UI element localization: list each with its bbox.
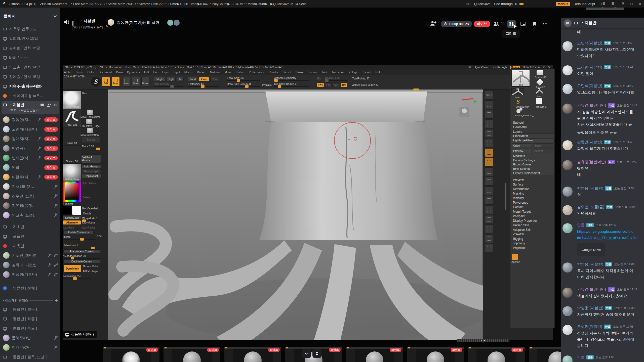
- rail-button-7[interactable]: [485, 158, 493, 166]
- tool-thumb-plane3d1[interactable]: [536, 98, 542, 104]
- message-author[interactable]: 강동연(지블반): [577, 140, 602, 145]
- radial-count-slider[interactable]: RadialCount: [325, 76, 348, 81]
- decimate-button[interactable]: Decimate Current: [63, 259, 100, 263]
- sidebar-member[interactable]: 문혜주/D반: [0, 333, 60, 343]
- palette-row-preview[interactable]: Preview: [513, 178, 524, 182]
- sidebar-channel[interactable]: ・쉐이더요청-ta우...: [0, 91, 60, 101]
- zb-seethrough[interactable]: See-through: [492, 66, 507, 69]
- message-author[interactable]: 김수민_포폴(금): [577, 205, 604, 209]
- gear-icon[interactable]: ⚙: [54, 103, 57, 107]
- speaker-icon[interactable]: [63, 19, 69, 25]
- project-button[interactable]: Project: [92, 270, 99, 273]
- stroke-thumb-freehand[interactable]: FreeHand: [63, 109, 81, 127]
- swatch-secondary-color[interactable]: [72, 206, 81, 215]
- avatar[interactable]: [562, 160, 573, 170]
- double-button[interactable]: Double: [83, 212, 91, 215]
- fiber-row-2[interactable]: Export Curves: [513, 163, 532, 166]
- message-author[interactable]: 고민석(지블반): [577, 83, 602, 88]
- palette-row-deformation[interactable]: Deformation: [513, 187, 529, 191]
- sidebar-member[interactable]: 강동연(지...라이브: [0, 115, 60, 124]
- sidebar-member[interactable]: 김수민_포폴(금): [0, 191, 60, 201]
- zb-menu-item[interactable]: Render: [269, 71, 278, 74]
- palette-row-zsketch[interactable]: ZSketch: [513, 233, 524, 236]
- fiber-accept-button[interactable]: Accept: [533, 149, 553, 153]
- sidebar-category[interactable]: ・섭스페인 클래스: [2, 297, 58, 303]
- focal-shift-slider[interactable]: Focal Shift -56: [227, 76, 260, 81]
- participant-tile[interactable]: 라이브: [346, 347, 403, 362]
- avatar[interactable]: [562, 355, 573, 362]
- fiber-preview-button[interactable]: Preview: [512, 149, 532, 153]
- sidebar-channel[interactable]: 안교춘 / 연차 14일: [0, 62, 60, 72]
- tool-thumb-tree3[interactable]: [536, 88, 543, 94]
- participant-tile[interactable]: 라이브: [407, 347, 464, 362]
- sidebar-channel[interactable]: 길희라/연차 15일: [0, 34, 60, 43]
- avatar[interactable]: [562, 223, 573, 233]
- message-author[interactable]: 오세민(지블반): [577, 324, 602, 329]
- dynamic-label[interactable]: Dynamic: [262, 83, 272, 86]
- zb-menu-item[interactable]: Brush: [75, 71, 83, 74]
- texture-thumb[interactable]: Texture Off: [63, 145, 81, 163]
- zb-menu-item[interactable]: Stencil: [283, 71, 291, 74]
- tool-thumb-plane3d[interactable]: [536, 79, 543, 86]
- rail-button-12[interactable]: [485, 206, 493, 214]
- zadd-button[interactable]: Zadd: [188, 77, 198, 81]
- participant-tile[interactable]: 라이브: [468, 347, 525, 362]
- palette-row-display-properties[interactable]: Display Properties: [513, 219, 537, 222]
- append-label[interactable]: Append: [511, 261, 520, 263]
- sidebar-channel[interactable]: ・안콜반 [ 전체 ]: [0, 283, 60, 293]
- sidebar-channel[interactable]: ・통합반 [ 월목 ]: [0, 304, 60, 314]
- sidebar-channel[interactable]: ・통합반 [ 수토 ]: [0, 324, 60, 333]
- sidebar-channel[interactable]: 지옥주-출퇴근-대화: [0, 81, 60, 91]
- sidebar-channel[interactable]: 김예린 / 연차 15일: [0, 43, 60, 53]
- palette-section-geometry[interactable]: Geometry: [513, 125, 527, 129]
- message-author[interactable]: 김유경(블렌더반): [577, 103, 606, 108]
- palette-row-contact[interactable]: Contact: [513, 205, 523, 209]
- palette-row-topology[interactable]: Topology: [513, 242, 525, 245]
- sidebar-member[interactable]: 안콜라이브: [0, 163, 60, 172]
- message-author[interactable]: 오세민(지블반): [577, 65, 602, 70]
- canvas-scroll-strip[interactable]: ▲▼: [457, 339, 509, 342]
- divider-handle[interactable]: [413, 88, 419, 90]
- server-header[interactable]: 콜씨지: [0, 11, 60, 22]
- camera-head-icon[interactable]: [459, 107, 469, 117]
- avatar[interactable]: [562, 65, 573, 75]
- seethrough-slider[interactable]: See-through 0: [494, 2, 552, 6]
- zb-menu-item[interactable]: Preferences: [249, 71, 264, 74]
- fiber-row-0[interactable]: Modifiers: [513, 154, 525, 157]
- message-link[interactable]: https://drive.google.com/drive/fold: [577, 229, 633, 234]
- tool-thumb-tree2[interactable]: [511, 88, 524, 95]
- polish-button[interactable]: Polish: [92, 265, 99, 268]
- message-author[interactable]: 김유경(블렌더반): [577, 160, 606, 164]
- avatar[interactable]: [562, 325, 573, 335]
- tool-scale-button[interactable]: Scale: [132, 77, 140, 86]
- draw-size-slider[interactable]: Draw Size 93.68698: [227, 82, 260, 87]
- zb-menu-item[interactable]: Transform: [331, 71, 344, 74]
- sidebar-channel[interactable]: ・기초반: [0, 222, 60, 232]
- sidebar-member[interactable]: 고민석(지블반)라이브: [0, 124, 60, 134]
- delete-button[interactable]: Delete: [83, 196, 90, 199]
- rail-button-0[interactable]: SPix 3: [485, 91, 493, 100]
- zb-menu-item[interactable]: Material: [210, 71, 220, 74]
- invite-to-stream-icon[interactable]: [430, 20, 437, 26]
- more-options-button[interactable]: [541, 20, 549, 28]
- palette-section-layers[interactable]: Layers: [513, 130, 522, 133]
- rail-button-13[interactable]: [485, 215, 493, 224]
- palette-row-surface[interactable]: Surface: [513, 183, 523, 186]
- color-picker[interactable]: [63, 182, 81, 202]
- palette-row-visibility[interactable]: Visibility: [513, 196, 524, 200]
- matcap-thumb[interactable]: MatCap Gray: [63, 163, 81, 181]
- invite-icon[interactable]: [47, 103, 51, 107]
- sidebar-member[interactable]: 김유경(블렌더반): [0, 201, 60, 210]
- ac-button[interactable]: AC: [466, 2, 471, 6]
- brush-orbflatten[interactable]: [86, 119, 92, 124]
- lightbox-fibers-button[interactable]: Lightbox▶Fibers: [512, 138, 553, 142]
- enable-customize-button[interactable]: Enable Customize: [63, 230, 94, 234]
- rail-button-10[interactable]: [485, 187, 493, 195]
- extract-button[interactable]: Extract: [81, 136, 100, 143]
- rail-button-9[interactable]: [485, 177, 493, 186]
- message-author[interactable]: 안콜: [577, 223, 585, 228]
- symmetry-z-button[interactable]: >Z<: [333, 82, 339, 87]
- zb-menu-item[interactable]: Help: [376, 71, 382, 74]
- sidebar-member[interactable]: 전성권(기초반): [0, 270, 60, 279]
- zb-menu-item[interactable]: Texture: [308, 71, 318, 74]
